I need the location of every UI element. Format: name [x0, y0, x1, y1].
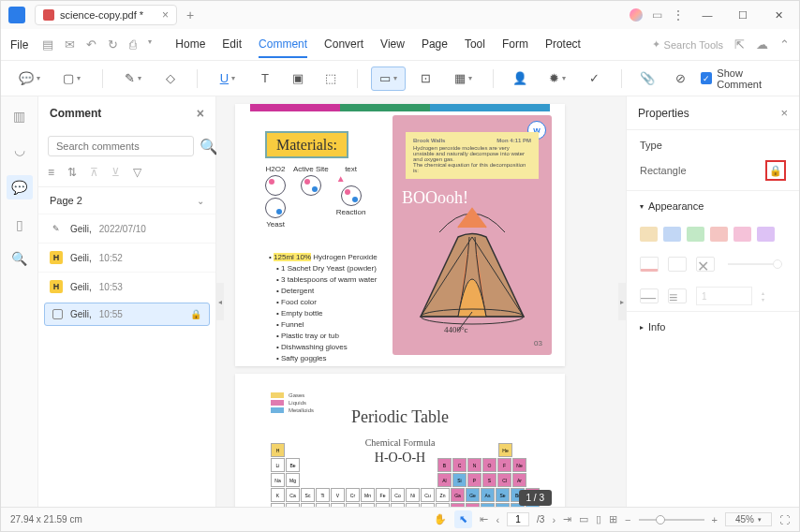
fullscreen-icon[interactable]: ⛶ — [779, 514, 790, 525]
fit-page-icon[interactable]: ▯ — [596, 513, 601, 525]
color-swatch[interactable] — [710, 227, 728, 242]
measure-tool[interactable]: ⊡ — [413, 66, 438, 91]
zoom-slider[interactable] — [639, 519, 704, 521]
bookmark-icon[interactable]: ◡ — [11, 141, 28, 158]
zoom-value-dropdown[interactable]: 45%▾ — [725, 512, 772, 526]
document-tab[interactable]: science-copy.pdf * × — [35, 5, 177, 25]
hide-tool[interactable]: ⊘ — [668, 66, 693, 91]
save-icon[interactable]: ✉ — [65, 37, 75, 52]
expand2-icon[interactable]: ⊻ — [111, 166, 120, 179]
shape-rectangle-tool[interactable]: ▭ — [371, 66, 406, 91]
comment-search-input[interactable] — [48, 136, 194, 156]
next-page-icon[interactable]: › — [552, 514, 556, 525]
prev-page-icon[interactable]: ‹ — [496, 514, 499, 525]
close-button[interactable]: ✕ — [765, 9, 792, 22]
area-tool[interactable]: ▦ — [446, 66, 481, 91]
tab-close-icon[interactable]: × — [162, 8, 169, 22]
show-comment-toggle[interactable]: ✓ Show Comment — [701, 67, 788, 90]
info-section-toggle[interactable]: ▸ Info — [627, 311, 799, 342]
search-tools[interactable]: ✦ Search Tools — [652, 38, 723, 51]
menu-page[interactable]: Page — [422, 32, 448, 58]
caret-up-icon[interactable]: ⌃ — [779, 37, 790, 52]
page-number-input[interactable] — [507, 512, 529, 526]
menu-convert[interactable]: Convert — [324, 32, 363, 58]
approve-tool[interactable]: ✓ — [582, 66, 607, 91]
lock-button[interactable]: 🔒 — [765, 160, 786, 181]
color-swatch[interactable] — [733, 227, 751, 242]
menu-protect[interactable]: Protect — [545, 32, 581, 58]
menu-tool[interactable]: Tool — [465, 32, 485, 58]
note-tool[interactable]: 💬 — [12, 66, 47, 91]
show-comment-checkbox[interactable]: ✓ — [701, 72, 713, 84]
undo-icon[interactable]: ↶ — [86, 37, 96, 52]
text-tool[interactable]: T — [252, 66, 277, 91]
menu-view[interactable]: View — [380, 32, 405, 58]
comment-item[interactable]: ✎Geili,2022/07/10 — [38, 214, 215, 243]
select-tool-icon[interactable]: ⬉ — [454, 510, 472, 528]
first-page-icon[interactable]: ⇤ — [480, 513, 488, 525]
line-style-2[interactable]: ≡ — [668, 288, 687, 303]
comment-item[interactable]: HGeili,10:53 — [38, 272, 215, 301]
panel-close-icon[interactable]: × — [197, 106, 204, 121]
stamp2-tool[interactable]: ✹ — [541, 66, 575, 91]
last-page-icon[interactable]: ⇥ — [563, 513, 571, 525]
comment-item[interactable]: HGeili,10:52 — [38, 243, 215, 272]
zoom-in-icon[interactable]: + — [712, 514, 718, 525]
color-swatch[interactable] — [663, 227, 681, 242]
thumbnail-icon[interactable]: ▥ — [11, 108, 28, 125]
expand-left-handle[interactable]: ◂ — [216, 283, 224, 320]
new-tab-button[interactable]: + — [186, 7, 194, 22]
sticky-note[interactable]: Brook Walls Mon 4:11 PM Hydrogen peroxid… — [406, 132, 539, 179]
menu-home[interactable]: Home — [175, 32, 205, 58]
appearance-section-toggle[interactable]: ▾ Appearance — [627, 190, 799, 221]
document-viewer[interactable]: ◂ ▸ Materials: H2O2 Yeast Active Sit — [216, 96, 626, 507]
maximize-button[interactable]: ☐ — [730, 9, 756, 22]
print-icon[interactable]: ⎙ — [129, 37, 137, 52]
color-swatch[interactable] — [687, 227, 704, 242]
menu-edit[interactable]: Edit — [222, 32, 242, 58]
share-icon[interactable]: ⇱ — [734, 37, 745, 52]
fill-color-picker[interactable] — [668, 257, 687, 272]
comment-panel-icon[interactable]: 💬 — [7, 175, 33, 200]
expand-right-handle[interactable]: ▸ — [618, 283, 626, 320]
attach-tool[interactable]: 📎 — [634, 66, 659, 91]
stamp-tool[interactable]: ▢ — [54, 66, 89, 91]
search-panel-icon[interactable]: 🔍 — [11, 250, 28, 267]
filter-icon[interactable]: ▽ — [133, 166, 141, 179]
expand-icon[interactable]: ≡ — [48, 166, 54, 179]
reflow-icon[interactable]: ⊞ — [609, 513, 617, 525]
redo-icon[interactable]: ↻ — [108, 37, 118, 52]
more-icon[interactable]: ⋮ — [672, 7, 685, 22]
minimize-button[interactable]: — — [694, 9, 720, 21]
stroke-color-picker[interactable] — [640, 257, 659, 272]
search-icon[interactable]: 🔍 — [200, 138, 218, 155]
underline-tool[interactable]: U — [211, 66, 245, 91]
zoom-out-icon[interactable]: − — [625, 514, 630, 525]
menu-form[interactable]: Form — [502, 32, 528, 58]
line-weight-input[interactable]: 1 — [696, 287, 752, 305]
color-swatch[interactable] — [757, 227, 775, 242]
account-icon[interactable] — [630, 8, 643, 22]
sort-icon[interactable]: ⇅ — [67, 166, 77, 179]
qat-dropdown-icon[interactable]: ▾ — [148, 37, 152, 52]
cloud-icon[interactable]: ☁ — [756, 37, 768, 52]
pencil-tool[interactable]: ✎ — [116, 66, 151, 91]
callout-tool[interactable]: ⬚ — [319, 66, 344, 91]
opacity-picker[interactable]: ✕ — [696, 257, 715, 272]
notify-icon[interactable]: ▭ — [652, 8, 662, 22]
fit-width-icon[interactable]: ▭ — [579, 513, 588, 525]
collapse-icon[interactable]: ⊼ — [90, 166, 98, 179]
signature-tool[interactable]: 👤 — [507, 66, 532, 91]
line-weight-stepper[interactable]: ▴▾ — [762, 289, 775, 303]
menu-comment[interactable]: Comment — [259, 32, 307, 58]
file-menu[interactable]: File — [10, 38, 28, 52]
comment-item[interactable]: Geili,10:55🔒 — [44, 303, 210, 326]
line-style-picker[interactable]: — — [640, 288, 659, 303]
color-swatch[interactable] — [640, 227, 658, 242]
properties-close-icon[interactable]: × — [780, 106, 788, 120]
textbox-tool[interactable]: ▣ — [285, 66, 310, 91]
attachment-icon[interactable]: ▯ — [11, 216, 28, 233]
hand-tool-icon[interactable]: ✋ — [434, 513, 447, 525]
opacity-slider[interactable] — [728, 263, 782, 265]
open-icon[interactable]: ▤ — [42, 37, 53, 52]
